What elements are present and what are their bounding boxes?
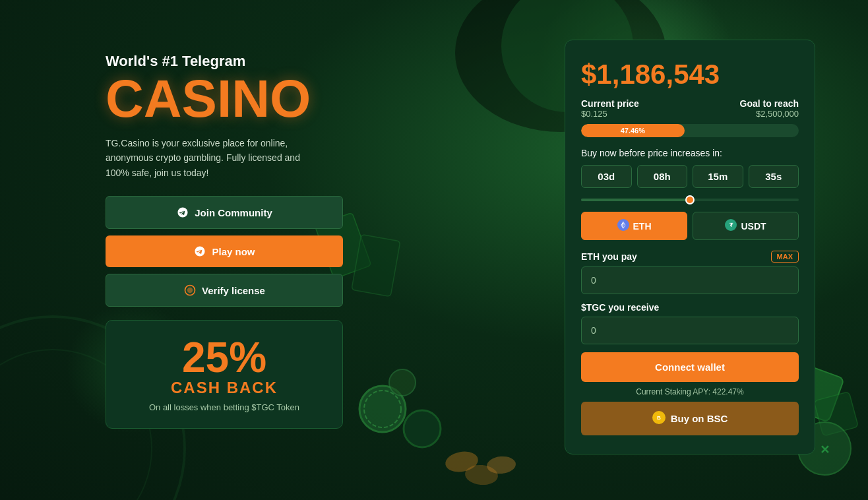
- slider-fill: [581, 199, 690, 201]
- timer-minutes: 15m: [693, 165, 743, 188]
- timer-seconds: 35s: [749, 165, 799, 188]
- eth-tab[interactable]: ETH: [581, 212, 687, 240]
- slider-thumb: [685, 195, 695, 204]
- page-wrapper: World's #1 Telegram CASINO TG.Casino is …: [0, 0, 868, 500]
- goal-value: $2,500,000: [740, 109, 799, 119]
- max-button[interactable]: MAX: [771, 251, 799, 263]
- page-subtitle: World's #1 Telegram: [106, 53, 343, 70]
- buy-on-bsc-button[interactable]: B Buy on BSC: [581, 402, 799, 435]
- play-now-label: Play now: [212, 246, 255, 257]
- timer-section: Buy now before price increases in: 03d 0…: [581, 148, 799, 188]
- verify-license-label: Verify license: [202, 285, 265, 296]
- progress-bar-container: 47.46%: [581, 124, 799, 137]
- play-now-button[interactable]: Play now: [106, 235, 343, 267]
- bsc-icon: B: [652, 411, 666, 426]
- svg-text:B: B: [657, 415, 661, 421]
- cashback-description: On all losses when betting $TGC Token: [126, 402, 323, 412]
- telegram-play-icon: [193, 245, 206, 258]
- eth-input[interactable]: [581, 266, 799, 294]
- left-panel: World's #1 Telegram CASINO TG.Casino is …: [106, 40, 343, 429]
- slider-track[interactable]: [581, 199, 799, 201]
- cashback-label: CASH BACK: [126, 379, 323, 397]
- telegram-icon: [176, 206, 189, 219]
- timer-label: Buy now before price increases in:: [581, 148, 799, 158]
- currency-tabs: ETH ₮ USDT: [581, 212, 799, 240]
- raised-amount: $1,186,543: [581, 59, 799, 90]
- timer-hours: 08h: [637, 165, 688, 188]
- staking-apy-text: Current Staking APY: 422.47%: [581, 387, 799, 396]
- svg-point-18: [187, 288, 193, 293]
- presale-widget: $1,186,543 Current price $0.125 Goal to …: [565, 40, 815, 454]
- tgc-input-section: $TGC you receive: [581, 302, 799, 344]
- join-community-button[interactable]: Join Community: [106, 196, 343, 229]
- cashback-box: 25% CASH BACK On all losses when betting…: [106, 320, 343, 429]
- usdt-icon: ₮: [725, 219, 737, 233]
- join-community-label: Join Community: [195, 207, 272, 218]
- timer-days: 03d: [581, 165, 632, 188]
- timer-boxes: 03d 08h 15m 35s: [581, 165, 799, 188]
- price-info-row: Current price $0.125 Goal to reach $2,50…: [581, 98, 799, 119]
- action-buttons: Join Community Play now Verify lice: [106, 196, 343, 307]
- usdt-tab-label: USDT: [741, 221, 766, 232]
- verify-icon: [183, 284, 197, 297]
- tgc-input[interactable]: [581, 317, 799, 344]
- tgc-input-label: $TGC you receive: [581, 302, 659, 313]
- verify-license-button[interactable]: Verify license: [106, 274, 343, 307]
- connect-wallet-button[interactable]: Connect wallet: [581, 352, 799, 382]
- current-price-value: $0.125: [581, 109, 639, 119]
- eth-icon: [617, 219, 629, 233]
- eth-input-label: ETH you pay: [581, 251, 637, 262]
- cashback-percent: 25%: [126, 336, 323, 379]
- buy-on-bsc-label: Buy on BSC: [671, 413, 728, 424]
- description-text: TG.Casino is your exclusive place for on…: [106, 136, 317, 180]
- current-price-label: Current price: [581, 98, 639, 109]
- progress-label: 47.46%: [621, 127, 645, 135]
- goal-label: Goal to reach: [740, 98, 799, 109]
- casino-title: CASINO: [106, 73, 343, 125]
- eth-input-section: ETH you pay MAX: [581, 251, 799, 294]
- usdt-tab[interactable]: ₮ USDT: [693, 212, 799, 240]
- eth-tab-label: ETH: [633, 221, 652, 232]
- progress-bar-fill: 47.46%: [581, 124, 685, 137]
